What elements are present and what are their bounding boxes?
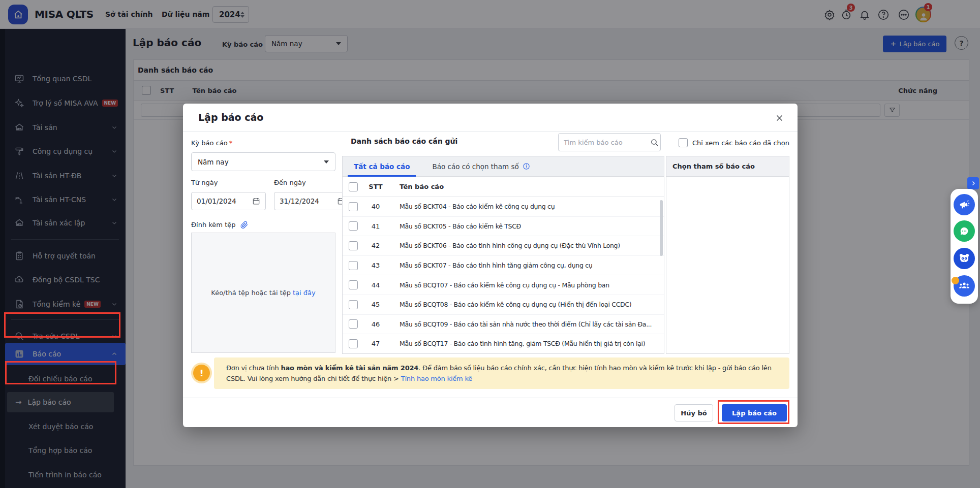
tab-param-reports[interactable]: Báo cáo có chọn tham số — [421, 156, 541, 177]
only-selected-checkbox[interactable] — [679, 138, 688, 147]
report-row[interactable]: 47 Mẫu số BCQT17 - Báo cáo tình hình tăn… — [343, 334, 664, 354]
report-tabs: Tất cả báo cáo Báo cáo có chọn tham số — [343, 156, 664, 177]
report-search-box[interactable] — [558, 133, 661, 151]
attach-label: Đính kèm tệp — [191, 220, 249, 229]
to-date-input[interactable]: 31/12/2024 — [274, 192, 351, 210]
report-row[interactable]: 42 Mẫu số BCKT06 - Báo cáo tình hình côn… — [343, 236, 664, 256]
from-date-input[interactable]: 01/01/2024 — [191, 192, 266, 210]
params-panel-title: Chọn tham số báo cáo — [666, 156, 789, 177]
row-checkbox[interactable] — [349, 300, 358, 309]
send-list-title: Danh sách báo cáo cần gửi — [351, 137, 457, 145]
floating-support-panel — [951, 189, 978, 304]
row-checkbox[interactable] — [349, 339, 358, 348]
report-rows: 40 Mẫu số BCKT04 - Báo cáo kiểm kê công … — [343, 197, 664, 354]
row-checkbox[interactable] — [349, 261, 358, 270]
report-search-input[interactable] — [564, 139, 650, 146]
modal-title: Lập báo cáo — [198, 112, 263, 123]
modal-period-label: Kỳ báo cáo* — [191, 139, 232, 147]
report-row[interactable]: 40 Mẫu số BCKT04 - Báo cáo kiểm kê công … — [343, 197, 664, 217]
row-checkbox[interactable] — [349, 319, 358, 329]
paperclip-icon[interactable] — [240, 220, 249, 229]
modal-to-label: Đến ngày — [274, 179, 306, 186]
close-icon[interactable] — [773, 112, 785, 124]
row-checkbox[interactable] — [349, 202, 358, 211]
report-row[interactable]: 46 Mẫu số BCQT09 - Báo cáo tài sản nhà n… — [343, 315, 664, 335]
select-all-reports-checkbox[interactable] — [349, 182, 358, 191]
tab-all-reports[interactable]: Tất cả báo cáo — [343, 156, 421, 177]
warning-banner: Đơn vị chưa tính hao mòn và kiểm kê tài … — [214, 357, 789, 389]
modal-from-label: Từ ngày — [191, 179, 218, 186]
warning-icon: ! — [193, 365, 210, 381]
row-checkbox[interactable] — [349, 241, 358, 250]
only-selected-option[interactable]: Chỉ xem các báo cáo đã chọn — [679, 138, 789, 147]
submit-create-report-button[interactable]: Lập báo cáo — [722, 404, 787, 421]
report-row[interactable]: 43 Mẫu số BCKT07 - Báo cáo tình hình tăn… — [343, 256, 664, 276]
chat-support-icon[interactable] — [954, 220, 975, 242]
params-panel: Chọn tham số báo cáo — [666, 156, 789, 354]
report-list-panel: Tất cả báo cáo Báo cáo có chọn tham số S… — [342, 156, 664, 354]
app-root: MISA QLTS Sở tài chính Dữ liệu năm 2024 … — [0, 0, 980, 488]
create-report-modal: Lập báo cáo Kỳ báo cáo* Năm nay Từ ngày … — [183, 104, 798, 427]
ai-assistant-panda-icon[interactable] — [954, 248, 975, 269]
report-row[interactable]: 45 Mẫu số BCQT08 - Báo cáo kiểm kê công … — [343, 295, 664, 315]
notification-dot — [952, 277, 959, 284]
calendar-icon[interactable] — [252, 197, 260, 205]
search-icon[interactable] — [650, 138, 659, 147]
modal-footer: Hủy bỏ Lập báo cáo — [183, 398, 798, 427]
info-icon[interactable] — [523, 162, 530, 170]
report-row[interactable]: 44 Mẫu số BCQT07 - Báo cáo kiểm kê công … — [343, 275, 664, 295]
modal-table-header: STT Tên báo cáo — [343, 177, 664, 197]
depreciation-guide-link[interactable]: Tính hao mòn kiểm kê — [401, 375, 472, 382]
file-dropzone[interactable]: Kéo/thả tệp hoặc tải tệptại đây — [191, 233, 335, 353]
list-scrollbar[interactable] — [660, 200, 663, 256]
float-panel-expand-icon[interactable] — [967, 177, 979, 189]
row-checkbox[interactable] — [349, 280, 358, 289]
cancel-button[interactable]: Hủy bỏ — [675, 404, 713, 421]
modal-period-select[interactable]: Năm nay — [191, 152, 335, 171]
modal-header: Lập báo cáo — [183, 104, 798, 132]
caret-down-icon — [324, 160, 329, 164]
required-asterisk: * — [229, 139, 233, 147]
report-row[interactable]: 41 Mẫu số BCKT05 - Báo cáo kiểm kê TSCĐ — [343, 217, 664, 237]
row-checkbox[interactable] — [349, 221, 358, 231]
announcement-megaphone-icon[interactable] — [954, 194, 975, 215]
upload-here-link[interactable]: tại đây — [293, 289, 316, 297]
